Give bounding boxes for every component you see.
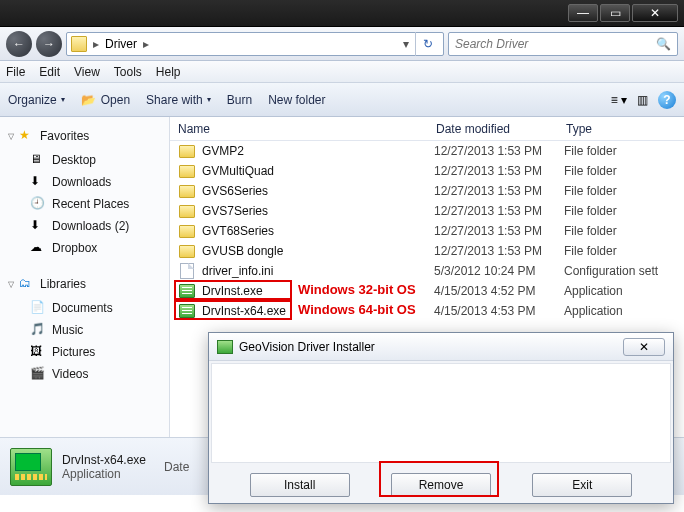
sidebar-item-icon: 🎬 [30,366,46,382]
back-button[interactable]: ← [6,31,32,57]
file-type: File folder [564,164,617,178]
file-date: 5/3/2012 10:24 PM [434,264,564,278]
command-bar: Organize▾ 📂Open Share with▾ Burn New fol… [0,83,684,117]
file-type: Configuration sett [564,264,658,278]
libraries-header[interactable]: ▽ 🗂 Libraries [2,271,167,297]
file-date: 4/15/2013 4:53 PM [434,304,564,318]
dialog-titlebar[interactable]: GeoVision Driver Installer ✕ [209,333,673,361]
file-row[interactable]: GVUSB dongle12/27/2013 1:53 PMFile folde… [170,241,684,261]
dialog-title: GeoVision Driver Installer [239,340,375,354]
folder-icon [178,143,196,159]
file-row[interactable]: GVMP212/27/2013 1:53 PMFile folder [170,141,684,161]
file-row[interactable]: DrvInst.exe4/15/2013 4:52 PMApplication [170,281,684,301]
maximize-icon: ▭ [610,6,621,20]
address-location: Driver [105,37,137,51]
menu-edit[interactable]: Edit [39,65,60,79]
folder-icon [178,243,196,259]
menu-bar: File Edit View Tools Help [0,61,684,83]
sidebar-item-label: Music [52,323,83,337]
col-type[interactable]: Type [558,122,684,136]
file-date: 12/27/2013 1:53 PM [434,184,564,198]
selected-file-icon [10,448,52,486]
sidebar-item[interactable]: 🎬Videos [2,363,167,385]
folder-icon [178,203,196,219]
sidebar-item[interactable]: 🖼Pictures [2,341,167,363]
col-date[interactable]: Date modified [428,122,558,136]
file-type: File folder [564,204,617,218]
file-name: driver_info.ini [202,264,434,278]
file-row[interactable]: GVMultiQuad12/27/2013 1:53 PMFile folder [170,161,684,181]
sidebar-item[interactable]: 📄Documents [2,297,167,319]
sidebar-item-label: Downloads (2) [52,219,129,233]
exe-icon [178,283,196,299]
file-row[interactable]: driver_info.ini5/3/2012 10:24 PMConfigur… [170,261,684,281]
sidebar-item-label: Pictures [52,345,95,359]
maximize-button[interactable]: ▭ [600,4,630,22]
sidebar-item-icon: 🎵 [30,322,46,338]
file-type: File folder [564,144,617,158]
selected-file-name: DrvInst-x64.exe [62,453,146,467]
exe-icon [178,303,196,319]
forward-button[interactable]: → [36,31,62,57]
folder-icon [71,36,87,52]
sidebar-item[interactable]: 🎵Music [2,319,167,341]
forward-icon: → [43,37,55,51]
minimize-button[interactable]: — [568,4,598,22]
dialog-body [211,363,671,463]
dialog-close-button[interactable]: ✕ [623,338,665,356]
install-button[interactable]: Install [250,473,350,497]
back-icon: ← [13,37,25,51]
sidebar-item[interactable]: ⬇Downloads (2) [2,215,167,237]
sidebar-item[interactable]: 🕘Recent Places [2,193,167,215]
sidebar-item-label: Desktop [52,153,96,167]
libraries-icon: 🗂 [19,276,35,292]
sidebar-item-icon: ☁ [30,240,46,256]
search-box[interactable]: 🔍 [448,32,678,56]
preview-pane-button[interactable]: ▥ [637,93,648,107]
search-input[interactable] [455,37,656,51]
close-icon: ✕ [639,340,649,354]
organize-button[interactable]: Organize▾ [8,93,65,107]
menu-help[interactable]: Help [156,65,181,79]
favorites-header[interactable]: ▽ ★ Favorites [2,123,167,149]
col-name[interactable]: Name [170,122,428,136]
sidebar-item[interactable]: 🖥Desktop [2,149,167,171]
file-name: DrvInst-x64.exe [202,304,434,318]
sidebar-item[interactable]: ☁Dropbox [2,237,167,259]
burn-button[interactable]: Burn [227,93,252,107]
open-button[interactable]: 📂Open [81,92,130,108]
file-name: GVS6Series [202,184,434,198]
chevron-down-icon: ▾ [61,95,65,104]
sidebar-item-icon: 🖥 [30,152,46,168]
file-row[interactable]: DrvInst-x64.exe4/15/2013 4:53 PMApplicat… [170,301,684,321]
file-date: 12/27/2013 1:53 PM [434,244,564,258]
share-button[interactable]: Share with▾ [146,93,211,107]
file-row[interactable]: GVS6Series12/27/2013 1:53 PMFile folder [170,181,684,201]
sidebar-item-label: Downloads [52,175,111,189]
refresh-button[interactable]: ↻ [415,32,439,56]
file-type: File folder [564,184,617,198]
view-options-button[interactable]: ≡ ▾ [611,93,627,107]
file-date: 12/27/2013 1:53 PM [434,164,564,178]
sidebar-item-label: Recent Places [52,197,129,211]
chevron-right-icon: ▸ [93,37,99,51]
menu-view[interactable]: View [74,65,100,79]
address-bar[interactable]: ▸ Driver ▸ ▾ ↻ [66,32,444,56]
sidebar-item-label: Documents [52,301,113,315]
new-folder-button[interactable]: New folder [268,93,325,107]
file-row[interactable]: GVS7Series12/27/2013 1:53 PMFile folder [170,201,684,221]
sidebar-item[interactable]: ⬇Downloads [2,171,167,193]
exit-button[interactable]: Exit [532,473,632,497]
file-row[interactable]: GVT68Series12/27/2013 1:53 PMFile folder [170,221,684,241]
open-icon: 📂 [81,92,97,108]
sidebar-item-icon: 📄 [30,300,46,316]
date-modified-label: Date [164,460,189,474]
close-button[interactable]: ✕ [632,4,678,22]
close-icon: ✕ [650,6,660,20]
menu-tools[interactable]: Tools [114,65,142,79]
nav-bar: ← → ▸ Driver ▸ ▾ ↻ 🔍 [0,27,684,61]
remove-button[interactable]: Remove [391,473,491,497]
help-button[interactable]: ? [658,91,676,109]
file-name: GVT68Series [202,224,434,238]
menu-file[interactable]: File [6,65,25,79]
